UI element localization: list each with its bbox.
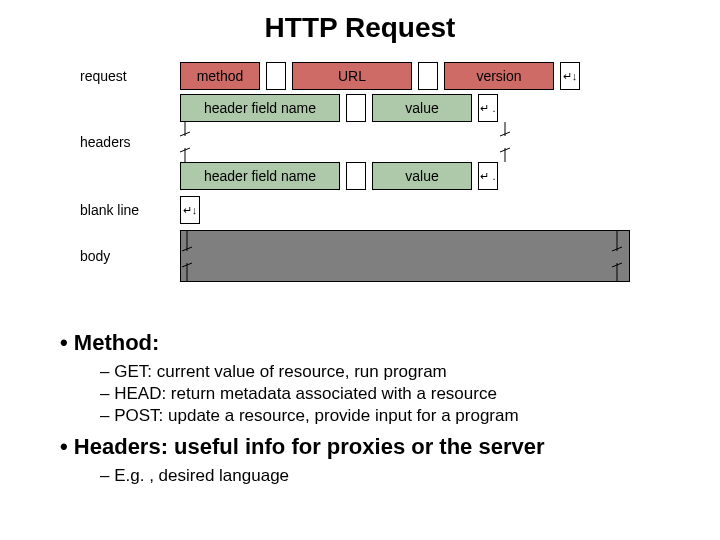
bullet-method-item: HEAD: return metadata associated with a … [100,384,680,404]
blank-line-row: blank line ↵↓ [80,196,630,224]
http-structure-diagram: request method URL version ↵↓ header fie… [80,62,630,282]
header-name-box: header field name [180,94,340,122]
body-box [180,230,630,282]
bullet-method-item: GET: current value of resource, run prog… [100,362,680,382]
header-row: header field name value ↵ . [80,94,630,122]
headers-row-label: headers [80,134,180,150]
crlf-box: ↵ . [478,94,498,122]
bullet-method-item: POST: update a resource, provide input f… [100,406,680,426]
version-box: version [444,62,554,90]
body-row-label: body [80,248,180,264]
space-box [418,62,438,90]
colon-box [346,162,366,190]
slide: HTTP Request request method URL version … [0,0,720,540]
method-box: method [180,62,260,90]
bullet-headers: Headers: useful info for proxies or the … [60,434,680,460]
header-value-box: value [372,94,472,122]
space-box [266,62,286,90]
crlf-box: ↵↓ [180,196,200,224]
crlf-box: ↵ . [478,162,498,190]
header-row: header field name value ↵ . [80,162,630,190]
bullet-headers-item: E.g. , desired language [100,466,680,486]
request-row-label: request [80,68,180,84]
header-value-box: value [372,162,472,190]
header-name-box: header field name [180,162,340,190]
blank-line-label: blank line [80,202,180,218]
headers-gap: headers [80,122,630,162]
url-box: URL [292,62,412,90]
bullet-list: Method: GET: current value of resource, … [60,330,680,488]
body-row: body [80,230,630,282]
slide-title: HTTP Request [0,0,720,44]
request-row: request method URL version ↵↓ [80,62,630,90]
bullet-method: Method: [60,330,680,356]
crlf-box: ↵↓ [560,62,580,90]
colon-box [346,94,366,122]
